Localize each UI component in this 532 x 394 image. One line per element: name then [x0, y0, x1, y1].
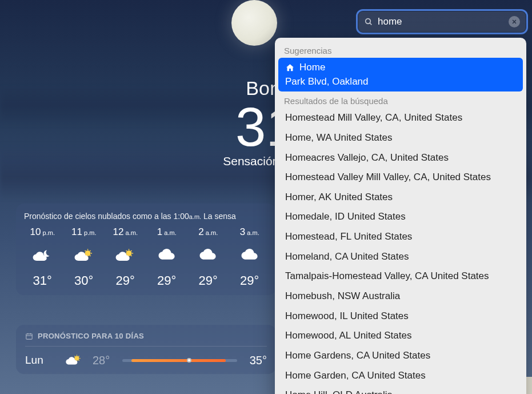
- search-result-item[interactable]: Homestead, FL United States: [278, 227, 523, 247]
- search-result-item[interactable]: Home Hill, QLD Australia: [278, 385, 523, 394]
- search-result-item[interactable]: Homestead Valley Mill Valley, CA, United…: [278, 168, 523, 188]
- search-result-item[interactable]: Homewood, IL United States: [278, 307, 523, 327]
- search-result-item[interactable]: Tamalpais-Homestead Valley, CA United St…: [278, 266, 523, 286]
- ten-day-forecast-card: PRONÓSTICO PARA 10 DÍAS Lun28°35°: [16, 325, 276, 374]
- moon-graphic: [231, 0, 277, 46]
- sun-cloud-icon: [115, 248, 135, 263]
- svg-rect-2: [26, 333, 33, 339]
- hour-time: 12 a.m.: [113, 226, 138, 238]
- hour-temperature: 29°: [240, 273, 259, 288]
- hour-temperature: 29°: [199, 273, 218, 288]
- hourly-description: Pronóstico de cielos nublados como a las…: [24, 212, 268, 221]
- temp-range-bar: [122, 359, 237, 362]
- hour-temperature: 31°: [33, 273, 52, 288]
- day-high-temp: 35°: [250, 354, 267, 367]
- search-result-item[interactable]: Homestead Mill Valley, CA, United States: [278, 108, 523, 128]
- search-result-item[interactable]: Homeland, CA United States: [278, 247, 523, 267]
- suggestion-label: Home: [299, 61, 325, 75]
- svg-point-0: [85, 250, 90, 256]
- close-icon: [511, 19, 517, 25]
- hourly-desc-ampm: a.m.: [189, 213, 201, 220]
- search-result-item[interactable]: Homewood, AL United States: [278, 326, 523, 346]
- hourly-column[interactable]: 1 a.m.29°: [149, 226, 186, 288]
- hourly-desc-text: Pronóstico de cielos nublados como a las…: [24, 212, 189, 221]
- svg-point-3: [74, 356, 79, 361]
- search-result-item[interactable]: Homeacres Vallejo, CA, United States: [278, 148, 523, 168]
- day-row[interactable]: Lun28°35°: [25, 353, 267, 367]
- calendar-icon: [25, 332, 33, 340]
- hour-temperature: 30°: [74, 273, 93, 288]
- hourly-column[interactable]: 10 p.m.31°: [24, 226, 61, 288]
- search-results-dropdown: Sugerencias HomePark Blvd, Oakland Resul…: [275, 38, 526, 394]
- cloud-icon: [239, 248, 260, 263]
- search-result-item[interactable]: Home Garden, CA United States: [278, 366, 523, 386]
- suggestions-header: Sugerencias: [278, 41, 523, 58]
- search-result-item[interactable]: Homedale, ID United States: [278, 207, 523, 227]
- hour-time: 10 p.m.: [30, 226, 55, 238]
- hour-time: 11 p.m.: [71, 226, 96, 238]
- hour-time: 1 a.m.: [157, 226, 177, 238]
- hourly-column[interactable]: 11 p.m.30°: [66, 226, 103, 288]
- suggestion-item[interactable]: HomePark Blvd, Oakland: [278, 58, 523, 91]
- clear-search-button[interactable]: [509, 16, 520, 27]
- hourly-column[interactable]: 3 a.m.29°: [231, 226, 269, 288]
- day-low-temp: 28°: [93, 354, 110, 367]
- hour-temperature: 29°: [116, 273, 135, 288]
- hourly-column[interactable]: 2 a.m.29°: [190, 226, 227, 288]
- home-icon: [285, 63, 295, 73]
- ten-day-header: PRONÓSTICO PARA 10 DÍAS: [25, 332, 267, 347]
- hourly-desc-suffix: La sensa: [201, 212, 236, 221]
- search-icon: [364, 17, 373, 26]
- ten-day-list: Lun28°35°: [25, 353, 267, 367]
- ten-day-header-label: PRONÓSTICO PARA 10 DÍAS: [38, 332, 144, 340]
- svg-point-1: [126, 250, 132, 256]
- hourly-row: 10 p.m.31°11 p.m.30°12 a.m.29°1 a.m.29°2…: [24, 226, 268, 288]
- day-name: Lun: [25, 354, 55, 367]
- search-result-item[interactable]: Home Gardens, CA United States: [278, 346, 523, 366]
- cloud-icon: [198, 248, 218, 263]
- search-field-wrapper[interactable]: [358, 11, 526, 32]
- results-header: Resultados de la búsqueda: [278, 91, 523, 108]
- hour-time: 3 a.m.: [240, 226, 259, 238]
- moon-cloud-icon: [32, 248, 53, 263]
- cloud-icon: [157, 248, 177, 263]
- search-result-item[interactable]: Home, WA United States: [278, 128, 523, 148]
- sun-cloud-icon: [74, 248, 94, 263]
- sun-cloud-icon: [65, 353, 82, 367]
- hour-time: 2 a.m.: [198, 226, 218, 238]
- svg-point-4: [366, 19, 371, 24]
- search-result-item[interactable]: Homebush, NSW Australia: [278, 286, 523, 307]
- hourly-column[interactable]: 12 a.m.29°: [107, 226, 144, 288]
- search-result-item[interactable]: Homer, AK United States: [278, 188, 523, 208]
- suggestion-subtitle: Park Blvd, Oakland: [285, 75, 517, 89]
- hour-temperature: 29°: [157, 273, 176, 288]
- search-input[interactable]: [378, 16, 504, 27]
- hourly-forecast-card: Pronóstico de cielos nublados como a las…: [16, 204, 276, 295]
